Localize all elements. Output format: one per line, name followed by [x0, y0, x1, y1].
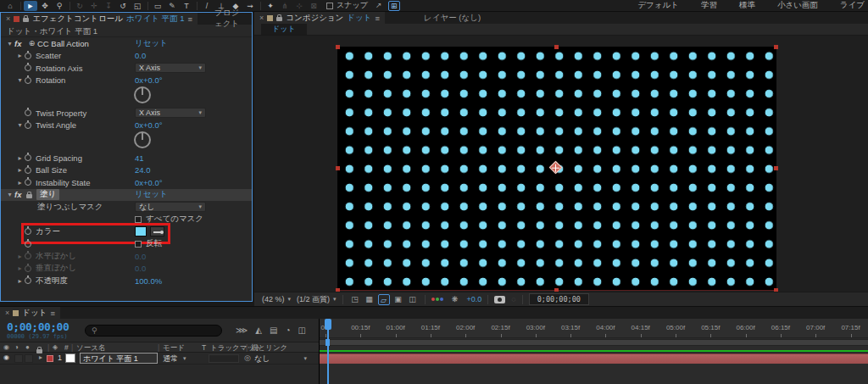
workspace-デフォルト[interactable]: デフォルト [637, 0, 679, 11]
parent-pickwhip-icon[interactable]: ◎ [244, 353, 251, 362]
pan-behind-tool[interactable]: ◱ [131, 1, 144, 11]
selection-handle[interactable] [774, 166, 778, 170]
zoom-tool[interactable]: ⚲ [53, 1, 66, 11]
property-value[interactable]: 24.0 [135, 165, 151, 175]
panel-menu-icon[interactable]: ≡ [376, 14, 381, 23]
viewer-timecode[interactable]: 0;00;00;00 [529, 293, 589, 305]
shape-tool[interactable]: ▭ [151, 1, 164, 11]
property-value[interactable]: 0.0 [135, 51, 146, 60]
stopwatch-icon[interactable] [25, 241, 31, 248]
view-axis-mode-icon[interactable]: ⊠ [307, 1, 320, 11]
magnify-region-icon[interactable]: ◳ [349, 294, 361, 305]
fx-badge[interactable]: fx [14, 190, 26, 199]
rotation-tool[interactable]: ↺ [116, 1, 130, 11]
stopwatch-icon[interactable] [25, 228, 31, 235]
layer-visibility-eye-icon[interactable]: ◉ [3, 353, 9, 361]
stopwatch-icon[interactable] [25, 53, 31, 59]
pan-camera-tool[interactable]: ✛ [87, 1, 101, 11]
workspace-ライブ[interactable]: ライブ [840, 0, 865, 11]
stopwatch-icon[interactable] [25, 77, 31, 84]
expand-icon[interactable]: ⊞ [388, 1, 400, 11]
chevron-right-icon[interactable]: ▸ [15, 179, 25, 186]
snap-toggle[interactable]: スナップ [326, 0, 368, 11]
property-dropdown[interactable]: X Axis▾ [135, 63, 206, 73]
shy-layers-icon[interactable]: ▤ [270, 326, 277, 335]
frame-blend-icon[interactable]: ◔ [285, 326, 290, 335]
stopwatch-icon[interactable] [25, 253, 31, 259]
panel-menu-icon[interactable]: ≡ [50, 309, 55, 318]
orbit-camera-tool[interactable]: ↻ [73, 1, 86, 11]
viewer-tab-dot[interactable]: ドット [261, 24, 307, 35]
layer-duration-bar[interactable] [320, 353, 868, 364]
effect-property-row[interactable]: ▸垂直ぼかし0.0 [1, 263, 252, 275]
layer-audio-cell[interactable] [14, 354, 23, 363]
angle-dial[interactable] [134, 131, 151, 148]
fx-badge[interactable]: fx [14, 39, 26, 48]
color-swatch[interactable] [135, 226, 147, 237]
effect-property-row[interactable]: ▸Scatter0.0 [1, 50, 252, 63]
snapshot-camera-icon[interactable] [494, 296, 505, 303]
playhead-handle[interactable] [325, 319, 331, 330]
close-icon[interactable]: × [5, 309, 9, 317]
pen-tool[interactable]: ✎ [165, 1, 179, 11]
selection-handle[interactable] [336, 166, 340, 170]
angle-dial[interactable] [134, 86, 151, 103]
composition-frame[interactable] [337, 47, 776, 291]
anchor-point-marker[interactable] [549, 161, 563, 175]
effect-property-row[interactable]: ▸Grid Spacing41 [1, 152, 252, 164]
stopwatch-icon[interactable] [25, 179, 31, 186]
resolution-select[interactable]: (1/2 画質) ▾ [297, 294, 337, 305]
stopwatch-icon[interactable] [25, 64, 31, 71]
comp-mini-flowchart-icon[interactable]: ⋙ [236, 326, 248, 335]
chevron-right-icon[interactable]: ▸ [15, 166, 25, 174]
blend-mode-select[interactable]: 通常 ▾ [163, 353, 186, 364]
effect-header-row[interactable]: ▾fx⊕CC Ball Actionリセット [1, 37, 252, 50]
effect-property-row[interactable]: Rotation AxisX Axis▾ [1, 62, 252, 75]
layer-search-input[interactable]: ⚲ [85, 325, 222, 337]
resolution-gear-icon[interactable]: ❋ [449, 294, 461, 305]
effect-property-row[interactable]: すべてのマスク [1, 214, 252, 226]
transparency-grid-icon[interactable]: ▦ [364, 294, 376, 305]
stopwatch-icon[interactable] [25, 167, 31, 174]
timecode-value[interactable]: 0;00;00;00 [7, 320, 85, 333]
layer-row[interactable]: ◉ ▸ 1 ホワイト 平面 1 通常 ▾ ◎ なし [0, 353, 319, 365]
selection-tool[interactable]: ► [24, 1, 37, 11]
snap-checkbox[interactable] [326, 3, 333, 9]
property-dropdown[interactable]: X Axis▾ [135, 108, 206, 118]
eyedropper-icon[interactable] [150, 226, 164, 237]
effect-property-row[interactable]: 反転 [1, 238, 252, 251]
effect-property-row[interactable]: ▸水平ぼかし0.0 [1, 250, 252, 263]
reset-link[interactable]: リセット [135, 38, 168, 49]
channel-icon[interactable] [431, 298, 443, 301]
selection-handle[interactable] [774, 45, 778, 49]
layer-label-color-chip[interactable] [47, 355, 53, 362]
effect-property-row[interactable]: ▾Rotation0x+0.0° [1, 75, 252, 87]
exposure-value[interactable]: +0.0 [467, 295, 482, 303]
selection-handle[interactable] [336, 45, 340, 49]
effect-property-row[interactable]: カラー [1, 225, 252, 238]
puppet-pin-tool[interactable]: ✦ [264, 1, 277, 11]
time-ruler[interactable]: 00f00:15f01:00f01:15f02:00f02:15f03:00f0… [320, 319, 868, 338]
stopwatch-icon[interactable] [25, 154, 31, 161]
motion-blur-icon[interactable]: ◫ [298, 326, 305, 335]
track-matte-select[interactable] [209, 354, 239, 363]
layer-expander-icon[interactable]: ▸ [39, 353, 42, 361]
local-axis-mode-icon[interactable]: ⋔ [278, 1, 292, 11]
stopwatch-icon[interactable] [25, 109, 31, 116]
chevron-down-icon[interactable]: ▾ [5, 191, 14, 198]
workspace-小さい画面[interactable]: 小さい画面 [777, 0, 818, 11]
selection-handle[interactable] [554, 288, 559, 292]
property-value[interactable]: 0.0 [135, 252, 146, 261]
zoom-select[interactable]: (42 %) ▾ [262, 295, 291, 303]
workspace-標準[interactable]: 標準 [739, 0, 755, 11]
close-icon[interactable]: × [6, 14, 10, 23]
show-snapshot-icon[interactable]: ◌ [511, 295, 515, 303]
hand-tool[interactable]: ✥ [38, 1, 52, 11]
reset-link[interactable]: リセット [135, 189, 168, 200]
effect-name[interactable]: CC Ball Action [37, 39, 89, 48]
workspace-学習[interactable]: 学習 [701, 0, 717, 11]
parent-link-select[interactable]: なし ▾ [254, 353, 307, 364]
effect-property-row[interactable]: 塗りつぶしマスクなし▾ [1, 201, 252, 214]
tab-composition[interactable]: × コンポジション ドット ≡ [254, 12, 385, 24]
property-value[interactable]: 0.0 [135, 264, 146, 273]
